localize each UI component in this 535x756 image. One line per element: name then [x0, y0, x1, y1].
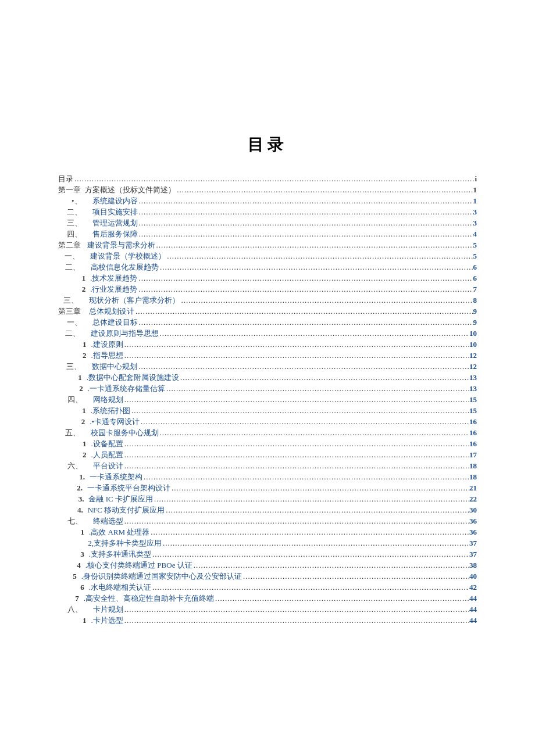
- toc-entry[interactable]: 1.高效 ARM 处理器............................…: [58, 526, 477, 538]
- toc-entry-title[interactable]: .卡片选型: [91, 615, 123, 626]
- toc-entry[interactable]: 2.人员配置..................................…: [58, 449, 477, 460]
- toc-entry-title[interactable]: .系统拓扑图: [91, 405, 130, 416]
- toc-entry-title[interactable]: 金融 IC 卡扩展应用: [88, 493, 153, 504]
- toc-entry-title[interactable]: 售后服务保障: [92, 228, 138, 239]
- toc-entry[interactable]: 6.水电终端相关认证..............................…: [58, 582, 477, 593]
- toc-entry-title[interactable]: .身份识别类终端通过国家安防中心及公安部认证: [81, 571, 242, 582]
- toc-entry-number: 6: [58, 582, 89, 593]
- toc-entry-title[interactable]: NFC 移动支付扩展应用: [88, 504, 165, 515]
- toc-entry[interactable]: 1.设备配置..................................…: [58, 438, 477, 449]
- toc-entry[interactable]: 一、建设背景（学校概述）............................…: [58, 250, 477, 261]
- toc-entry-title[interactable]: 数据中心规划: [92, 361, 137, 372]
- toc-entry-title[interactable]: 高校信息化发展趋势: [91, 261, 159, 273]
- toc-entry-title[interactable]: 网络规划: [93, 394, 123, 405]
- toc-entry-title[interactable]: .核心支付类终端通过 PBOe 认证: [85, 560, 192, 571]
- toc-entry-title[interactable]: 校园卡服务中心规划: [91, 427, 159, 438]
- toc-entry-title[interactable]: .指导思想: [91, 350, 123, 361]
- toc-entry[interactable]: 1.卡片选型..................................…: [58, 615, 477, 626]
- toc-leader-dots: ........................................…: [134, 306, 473, 317]
- toc-entry-title[interactable]: .支持多种通讯类型: [89, 549, 151, 560]
- toc-entry-page: 3: [473, 206, 477, 217]
- toc-entry-number: 第一章: [58, 184, 85, 195]
- toc-entry[interactable]: 二、高校信息化发展趋势.............................…: [58, 261, 477, 273]
- toc-entry-number: 二、: [58, 206, 92, 217]
- toc-entry[interactable]: 二、建设原则与指导思想.............................…: [58, 328, 477, 339]
- toc-entry[interactable]: 2,支持多种卡类型应用.............................…: [58, 538, 477, 549]
- toc-entry-title[interactable]: 建设背景（学校概述）: [90, 250, 166, 261]
- toc-entry-page: 44: [469, 593, 477, 604]
- toc-entry[interactable]: 1.建设原则..................................…: [58, 339, 477, 350]
- toc-entry-title[interactable]: .高效 ARM 处理器: [89, 526, 149, 538]
- toc-entry-title[interactable]: 一卡通系统平台架构设计: [87, 482, 170, 493]
- toc-entry-title[interactable]: .行业发展趋势: [90, 284, 137, 295]
- toc-entry-page: 12: [469, 361, 477, 372]
- toc-entry[interactable]: 四、网络规划..................................…: [58, 394, 477, 405]
- toc-entry[interactable]: 三、管理运营规划................................…: [58, 217, 477, 228]
- toc-entry-title[interactable]: .技术发展趋势: [90, 273, 137, 284]
- toc-entry-title[interactable]: 建设原则与指导思想: [91, 328, 159, 339]
- toc-entry-title[interactable]: 一卡通系统架构: [90, 471, 142, 482]
- toc-entry-title[interactable]: .水电终端相关认证: [89, 582, 151, 593]
- toc-entry[interactable]: 第三章总体规划设计...............................…: [58, 306, 477, 317]
- toc-entry[interactable]: 2.一卡通系统存储量估算............................…: [58, 383, 477, 394]
- toc-entry[interactable]: 1.系统拓扑图.................................…: [58, 405, 477, 416]
- toc-entry-number: 1: [58, 339, 91, 350]
- toc-entry-title[interactable]: 平台设计: [93, 460, 123, 471]
- toc-leader-dots: ........................................…: [180, 295, 473, 306]
- toc-entry-title[interactable]: .设备配置: [91, 438, 123, 449]
- toc-entry[interactable]: 2.指导思想..................................…: [58, 350, 477, 361]
- toc-entry-title[interactable]: 项目实施安排: [92, 206, 138, 217]
- toc-entry-number: 四、: [58, 394, 93, 405]
- toc-entry-title[interactable]: 现状分析（客户需求分析）: [89, 295, 180, 306]
- toc-leader-dots: ........................................…: [159, 261, 473, 273]
- toc-entry[interactable]: 1.技术发展趋势................................…: [58, 273, 477, 284]
- toc-entry-title[interactable]: 总体建设目标: [92, 317, 138, 328]
- toc-entry-title[interactable]: .一卡通系统存储量估算: [88, 383, 165, 394]
- toc-entry[interactable]: 一、总体建设目标................................…: [58, 317, 477, 328]
- toc-leader-dots: ........................................…: [73, 173, 475, 184]
- toc-entry[interactable]: 第二章建设背景与需求分析............................…: [58, 239, 477, 250]
- toc-entry[interactable]: 六、平台设计..................................…: [58, 460, 477, 471]
- toc-entry[interactable]: 1.数据中心配套附属设施建设..........................…: [58, 372, 477, 383]
- toc-entry-page: 44: [469, 615, 477, 626]
- toc-entry[interactable]: 4.核心支付类终端通过 PBOe 认证.....................…: [58, 560, 477, 571]
- toc-entry-title[interactable]: 总体规划设计: [89, 306, 134, 317]
- toc-entry[interactable]: 2.•卡通专网设计...............................…: [58, 416, 477, 427]
- toc-entry[interactable]: 4.NFC 移动支付扩展应用..........................…: [58, 504, 477, 515]
- toc-entry-page: 22: [469, 493, 477, 504]
- toc-entry[interactable]: 二、项目实施安排................................…: [58, 206, 477, 217]
- toc-entry[interactable]: 三、现状分析（客户需求分析）..........................…: [58, 295, 477, 306]
- toc-entry[interactable]: •、系统建设内容................................…: [58, 195, 477, 206]
- toc-entry-number: 六、: [58, 460, 93, 471]
- toc-entry-page: 10: [469, 328, 477, 339]
- toc-entry[interactable]: 7.高安全性、高稳定性自助补卡充值终端.....................…: [58, 593, 477, 604]
- toc-leader-dots: ........................................…: [123, 394, 469, 405]
- toc-entry-title[interactable]: .建设原则: [91, 339, 123, 350]
- toc-entry-title[interactable]: 卡片规划: [93, 604, 123, 615]
- toc-entry[interactable]: 五、校园卡服务中心规划.............................…: [58, 427, 477, 438]
- toc-entry[interactable]: 3.金融 IC 卡扩展应用...........................…: [58, 493, 477, 504]
- toc-entry[interactable]: 四、售后服务保障................................…: [58, 228, 477, 239]
- toc-entry[interactable]: 3.支持多种通讯类型..............................…: [58, 549, 477, 560]
- toc-entry-title[interactable]: 终端选型: [93, 515, 123, 526]
- toc-entry-title[interactable]: .人员配置: [91, 449, 123, 460]
- toc-entry[interactable]: 2.行业发展趋势................................…: [58, 284, 477, 295]
- toc-entry-title[interactable]: 管理运营规划: [92, 217, 138, 228]
- toc-entry-title[interactable]: 2,支持多种卡类型应用: [88, 538, 162, 549]
- toc-entry-page: 9: [473, 306, 477, 317]
- toc-entry[interactable]: 1.一卡通系统架构...............................…: [58, 471, 477, 482]
- toc-entry-title[interactable]: .•卡通专网设计: [90, 416, 140, 427]
- toc-leader-dots: ........................................…: [151, 582, 469, 593]
- toc-entry-title[interactable]: .数据中心配套附属设施建设: [87, 372, 179, 383]
- toc-entry-title[interactable]: .高安全性、高稳定性自助补卡充值终端: [84, 593, 214, 604]
- toc-entry[interactable]: 三、数据中心规划................................…: [58, 361, 477, 372]
- toc-entry[interactable]: 5.身份识别类终端通过国家安防中心及公安部认证.................…: [58, 571, 477, 582]
- toc-entry[interactable]: 七、终端选型..................................…: [58, 515, 477, 526]
- toc-entry-title[interactable]: 系统建设内容: [92, 195, 138, 206]
- toc-leader-dots: ........................................…: [123, 339, 469, 350]
- toc-entry-number: 七、: [58, 515, 93, 526]
- toc-entry-number: •、: [58, 195, 92, 206]
- toc-entry-title[interactable]: 建设背景与需求分析: [87, 239, 155, 250]
- toc-entry[interactable]: 八、卡片规划..................................…: [58, 604, 477, 615]
- toc-entry[interactable]: 2.一卡通系统平台架构设计...........................…: [58, 482, 477, 493]
